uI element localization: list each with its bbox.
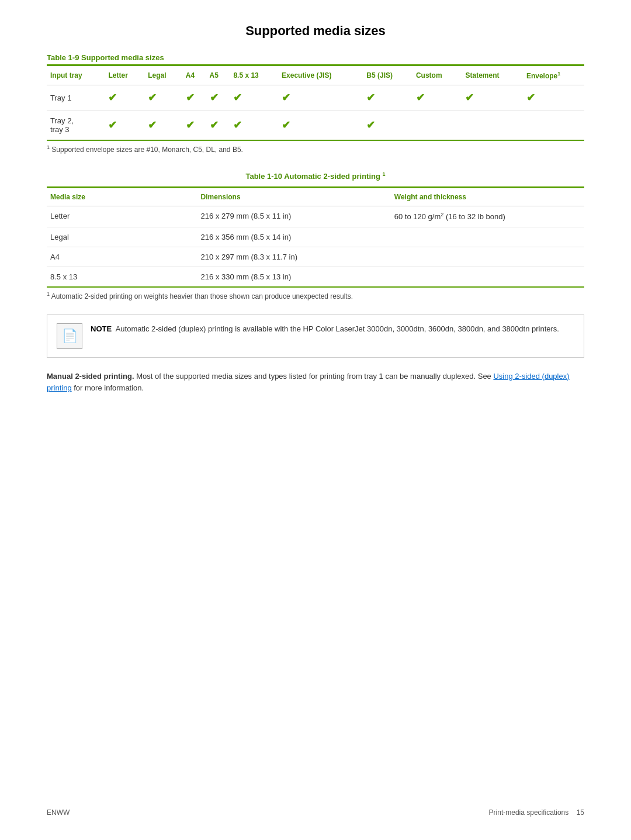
col-statement: Statement — [462, 66, 522, 85]
weight-letter: 60 to 120 g/m2 (16 to 32 lb bond) — [391, 206, 584, 227]
media-legal: Legal — [47, 227, 197, 247]
col-b5-jis: B5 (JIS) — [363, 66, 412, 85]
check-a4: ✔ — [182, 85, 206, 110]
table-row: A4 210 x 297 mm (8.3 x 11.7 in) — [47, 247, 584, 267]
col-a4: A4 — [182, 66, 206, 85]
check-8513: ✔ — [230, 110, 278, 140]
col-dimensions: Dimensions — [197, 188, 391, 206]
tray-label: Tray 1 — [47, 85, 105, 110]
media-8513: 8.5 x 13 — [47, 267, 197, 286]
page-footer: ENWW Print-media specifications 15 — [47, 808, 584, 817]
col-letter: Letter — [105, 66, 144, 85]
check-custom: ✔ — [412, 85, 462, 110]
check-a4: ✔ — [182, 110, 206, 140]
footer-left: ENWW — [47, 808, 70, 817]
col-8513: 8.5 x 13 — [230, 66, 278, 85]
col-envelope: Envelope1 — [523, 66, 584, 85]
weight-8513 — [391, 267, 584, 286]
media-sizes-table: Input tray Letter Legal A4 A5 8.5 x 13 E… — [47, 66, 584, 140]
col-input-tray: Input tray — [47, 66, 105, 85]
dim-8513: 216 x 330 mm (8.5 x 13 in) — [197, 267, 391, 286]
table1-bottom-bar — [47, 140, 584, 141]
check-b5jis: ✔ — [363, 85, 412, 110]
check-statement: ✔ — [462, 85, 522, 110]
table-row: Legal 216 x 356 mm (8.5 x 14 in) — [47, 227, 584, 247]
table-row: Letter 216 x 279 mm (8.5 x 11 in) 60 to … — [47, 206, 584, 227]
table-row: Tray 1 ✔ ✔ ✔ ✔ ✔ ✔ ✔ ✔ ✔ ✔ — [47, 85, 584, 110]
check-envelope: ✔ — [523, 85, 584, 110]
check-execjis: ✔ — [278, 85, 363, 110]
check-letter: ✔ — [105, 110, 144, 140]
manual-2sided-paragraph: Manual 2-sided printing. Most of the sup… — [47, 371, 584, 395]
table-row: 8.5 x 13 216 x 330 mm (8.5 x 13 in) — [47, 267, 584, 286]
table2-label: Table 1-10 Automatic 2-sided printing 1 — [245, 171, 385, 181]
page-title: Supported media sizes — [47, 23, 584, 39]
table1-header-row: Input tray Letter Legal A4 A5 8.5 x 13 E… — [47, 66, 584, 85]
col-legal: Legal — [144, 66, 182, 85]
media-a4: A4 — [47, 247, 197, 267]
check-statement-empty — [462, 110, 522, 140]
check-b5jis: ✔ — [363, 110, 412, 140]
table2-header-row: Media size Dimensions Weight and thickne… — [47, 188, 584, 206]
table2-footnote: 1 Automatic 2-sided printing on weights … — [47, 291, 584, 300]
footer-right: Print-media specifications 15 — [489, 808, 584, 817]
check-a5: ✔ — [206, 85, 230, 110]
table2-bottom-bar — [47, 286, 584, 288]
dim-letter: 216 x 279 mm (8.5 x 11 in) — [197, 206, 391, 227]
note-label: NOTE — [91, 324, 112, 333]
note-text: NOTE Automatic 2-sided (duplex) printing… — [91, 323, 559, 335]
col-executive-jis: Executive (JIS) — [278, 66, 363, 85]
check-legal: ✔ — [144, 110, 182, 140]
table1-footnote: 1 Supported envelope sizes are #10, Mona… — [47, 144, 584, 154]
col-a5: A5 — [206, 66, 230, 85]
check-custom-empty — [412, 110, 462, 140]
manual-bold-text: Manual 2-sided printing. — [47, 372, 134, 381]
table-row: Tray 2,tray 3 ✔ ✔ ✔ ✔ ✔ ✔ ✔ — [47, 110, 584, 140]
note-box: 📄 NOTE Automatic 2-sided (duplex) printi… — [47, 314, 584, 358]
check-8513: ✔ — [230, 85, 278, 110]
check-execjis: ✔ — [278, 110, 363, 140]
auto-2sided-table: Media size Dimensions Weight and thickne… — [47, 188, 584, 286]
dim-legal: 216 x 356 mm (8.5 x 14 in) — [197, 227, 391, 247]
table1-label: Table 1-9 Supported media sizes — [47, 53, 164, 62]
weight-a4 — [391, 247, 584, 267]
weight-legal — [391, 227, 584, 247]
col-media-size: Media size — [47, 188, 197, 206]
check-a5: ✔ — [206, 110, 230, 140]
media-letter: Letter — [47, 206, 197, 227]
check-envelope-empty — [523, 110, 584, 140]
check-legal: ✔ — [144, 85, 182, 110]
dim-a4: 210 x 297 mm (8.3 x 11.7 in) — [197, 247, 391, 267]
col-weight-thickness: Weight and thickness — [391, 188, 584, 206]
check-letter: ✔ — [105, 85, 144, 110]
col-custom: Custom — [412, 66, 462, 85]
note-icon: 📄 — [57, 323, 82, 349]
tray-label: Tray 2,tray 3 — [47, 110, 105, 140]
